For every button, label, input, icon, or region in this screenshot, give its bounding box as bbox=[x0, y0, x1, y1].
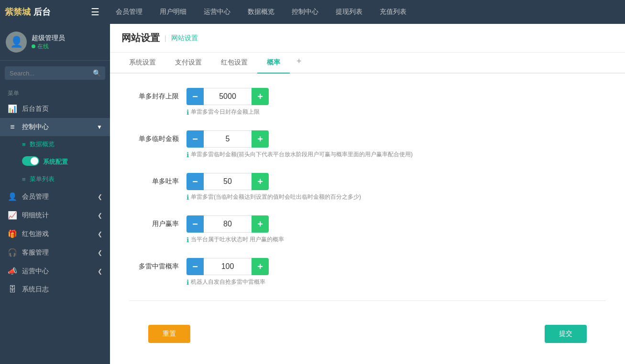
nav-item-userdetail[interactable]: 用户明细 bbox=[151, 0, 195, 24]
nav-item-dataoverview[interactable]: 数据概览 bbox=[239, 0, 283, 24]
hint-text-0: 单雷多雷今日封存金额上限 bbox=[191, 108, 260, 116]
brand-logo: 紫禁城 后台 bbox=[5, 6, 81, 18]
hint-text-1: 单雷多雷临时金额(箭头向下代表平台放水阶段用户可赢与概率里面的用户赢率配合使用) bbox=[191, 150, 413, 159]
btn-plus-2[interactable]: + bbox=[252, 173, 269, 190]
btn-plus-0[interactable]: + bbox=[252, 88, 269, 105]
sidebar-item-sysconfig[interactable]: 系统配置 bbox=[0, 152, 110, 171]
sidebar-item-syslog[interactable]: 🗄 系统日志 bbox=[0, 280, 110, 299]
content-body: 系统设置 支付设置 红包设置 概率 + 单多封存上限 − + bbox=[110, 53, 625, 364]
brand-name: 紫禁城 bbox=[5, 6, 31, 18]
redpacket-chevron-icon: ❮ bbox=[98, 231, 102, 237]
sidebar-item-controlcenter[interactable]: ≡ 控制中心 ▼ bbox=[0, 118, 110, 136]
content: 网站设置 | 网站设置 系统设置 支付设置 红包设置 概率 + 单多封存上限 bbox=[110, 24, 625, 364]
num-input-3[interactable] bbox=[204, 215, 252, 233]
sidebar-item-dataoverview[interactable]: ≡ 数据概览 bbox=[0, 136, 110, 152]
hint-text-4: 机器人自发自抢多雷中雷概率 bbox=[191, 278, 265, 286]
field-label-2: 单多吐率 bbox=[129, 177, 186, 186]
nav-item-recharge[interactable]: 充值列表 bbox=[371, 0, 415, 24]
num-input-0[interactable] bbox=[204, 88, 252, 105]
sidebar-item-dashboard[interactable]: 📊 后台首页 bbox=[0, 99, 110, 118]
detailstats-icon: 📈 bbox=[8, 211, 17, 220]
avatar: 👤 bbox=[6, 32, 27, 53]
info-icon-1: ℹ bbox=[186, 151, 189, 159]
btn-minus-2[interactable]: − bbox=[186, 173, 204, 190]
operations-chevron-icon: ❮ bbox=[98, 268, 102, 275]
sidebar-item-redpacket[interactable]: 🎁 红包游戏 ❮ bbox=[0, 225, 110, 243]
btn-minus-3[interactable]: − bbox=[186, 215, 204, 233]
field-hint-3: ℹ 当平台属于吐水状态时 用户赢的概率 bbox=[186, 236, 284, 244]
breadcrumb: 网站设置 bbox=[171, 34, 198, 43]
members-chevron-icon: ❮ bbox=[98, 193, 102, 200]
num-input-1[interactable] bbox=[204, 130, 252, 148]
sidebar-item-detailstats-label: 明细统计 bbox=[22, 211, 49, 220]
search-input[interactable] bbox=[10, 70, 90, 77]
form-row-0: 单多封存上限 − + ℹ 单雷多雷今日封存金额上限 bbox=[129, 88, 606, 116]
form-content: 单多封存上限 − + ℹ 单雷多雷今日封存金额上限 bbox=[110, 74, 625, 364]
redpacket-icon: 🎁 bbox=[8, 229, 17, 238]
num-input-2[interactable] bbox=[204, 173, 252, 190]
tab-payment-settings[interactable]: 支付设置 bbox=[165, 53, 211, 74]
btn-plus-1[interactable]: + bbox=[252, 130, 269, 148]
field-group-1: − + bbox=[186, 130, 269, 148]
sidebar-item-menulist-label: 菜单列表 bbox=[30, 175, 55, 183]
nav-item-controlcenter[interactable]: 控制中心 bbox=[283, 0, 327, 24]
field-hint-0: ℹ 单雷多雷今日封存金额上限 bbox=[186, 108, 260, 116]
tab-add[interactable]: + bbox=[290, 53, 308, 74]
sidebar-item-controlcenter-label: 控制中心 bbox=[22, 123, 49, 131]
page-title: 网站设置 bbox=[121, 32, 160, 44]
field-label-0: 单多封存上限 bbox=[129, 92, 186, 101]
reset-button[interactable]: 重置 bbox=[148, 325, 190, 343]
sidebar-item-dataoverview-label: 数据概览 bbox=[30, 140, 55, 149]
tab-redpacket-settings[interactable]: 红包设置 bbox=[211, 53, 257, 74]
customerservice-chevron-icon: ❮ bbox=[98, 249, 102, 256]
nav-item-operations[interactable]: 运营中心 bbox=[195, 0, 239, 24]
search-icon[interactable]: 🔍 bbox=[93, 69, 101, 77]
btn-plus-4[interactable]: + bbox=[252, 258, 269, 275]
field-hint-4: ℹ 机器人自发自抢多雷中雷概率 bbox=[186, 278, 265, 286]
nav-item-members[interactable]: 会员管理 bbox=[107, 0, 151, 24]
info-icon-0: ℹ bbox=[186, 108, 189, 116]
sidebar-item-members[interactable]: 👤 会员管理 ❮ bbox=[0, 187, 110, 206]
info-icon-3: ℹ bbox=[186, 236, 189, 244]
operations-icon: 📣 bbox=[8, 267, 17, 276]
online-dot bbox=[32, 44, 35, 48]
menulist-icon: ≡ bbox=[22, 176, 26, 183]
status-label: 在线 bbox=[37, 43, 49, 51]
tab-system-settings[interactable]: 系统设置 bbox=[120, 53, 165, 74]
brand-suffix: 后台 bbox=[33, 6, 51, 18]
dataoverview-icon: ≡ bbox=[22, 141, 26, 148]
search-box: 🔍 bbox=[5, 66, 105, 80]
username: 超级管理员 bbox=[32, 34, 65, 43]
num-input-4[interactable] bbox=[204, 258, 252, 275]
sidebar-item-menulist[interactable]: ≡ 菜单列表 bbox=[0, 171, 110, 187]
customerservice-icon: 🎧 bbox=[8, 248, 17, 257]
sidebar-item-operations[interactable]: 📣 运营中心 ❮ bbox=[0, 262, 110, 280]
detailstats-chevron-icon: ❮ bbox=[98, 212, 102, 219]
form-footer: 重置 提交 bbox=[129, 315, 606, 353]
user-section: 👤 超级管理员 在线 bbox=[0, 24, 110, 61]
chevron-down-icon: ▼ bbox=[97, 124, 102, 130]
page-header: 网站设置 | 网站设置 bbox=[110, 24, 625, 53]
hint-text-3: 当平台属于吐水状态时 用户赢的概率 bbox=[191, 236, 284, 244]
sidebar-item-customerservice-label: 客服管理 bbox=[22, 248, 49, 257]
sidebar-item-members-label: 会员管理 bbox=[22, 193, 49, 201]
form-row-1: 单多临时金额 − + ℹ 单雷多雷临时金额(箭头向下代表平台放水阶段用户可赢与概… bbox=[129, 130, 606, 159]
tabs-bar: 系统设置 支付设置 红包设置 概率 + bbox=[110, 53, 625, 74]
btn-plus-3[interactable]: + bbox=[252, 215, 269, 233]
submit-button[interactable]: 提交 bbox=[545, 325, 587, 343]
btn-minus-4[interactable]: − bbox=[186, 258, 204, 275]
btn-minus-0[interactable]: − bbox=[186, 88, 204, 105]
btn-minus-1[interactable]: − bbox=[186, 130, 204, 148]
sidebar-item-detailstats[interactable]: 📈 明细统计 ❮ bbox=[0, 206, 110, 225]
sidebar-item-syslog-label: 系统日志 bbox=[22, 285, 49, 294]
tab-probability[interactable]: 概率 bbox=[257, 53, 290, 74]
user-info: 超级管理员 在线 bbox=[32, 34, 65, 51]
hamburger-icon[interactable]: ☰ bbox=[91, 6, 99, 18]
sidebar-item-customerservice[interactable]: 🎧 客服管理 ❮ bbox=[0, 243, 110, 262]
field-group-2: − + bbox=[186, 173, 269, 190]
nav-item-withdraw[interactable]: 提现列表 bbox=[327, 0, 371, 24]
field-label-4: 多雷中雷概率 bbox=[129, 262, 186, 271]
form-divider bbox=[129, 300, 606, 301]
form-row-2: 单多吐率 − + ℹ 单雷多雷(当临时金额达到设置的值时会吐出临时金额的百分之多… bbox=[129, 173, 606, 201]
field-group-3: − + bbox=[186, 215, 269, 233]
